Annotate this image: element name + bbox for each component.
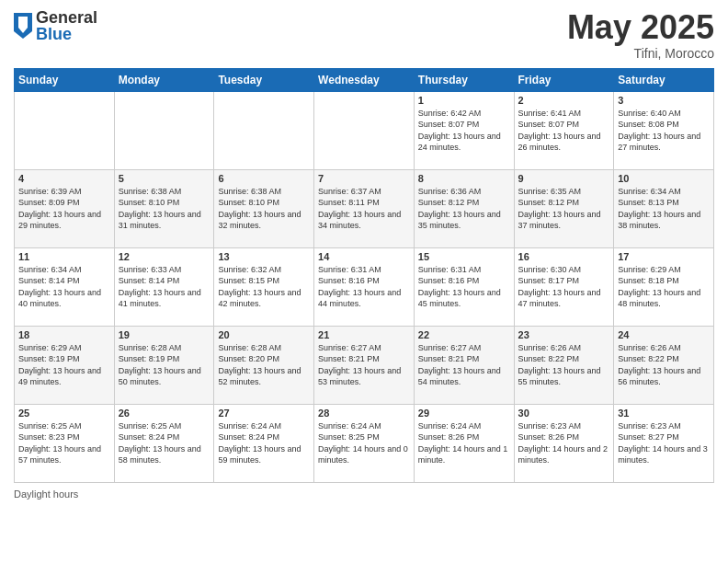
day-number: 21 [318,329,410,340]
day-info: Sunrise: 6:23 AMSunset: 8:26 PMDaylight:… [518,420,610,466]
cell-3-2: 20Sunrise: 6:28 AMSunset: 8:20 PMDayligh… [214,326,314,404]
day-info: Sunrise: 6:29 AMSunset: 8:18 PMDaylight:… [618,264,710,310]
day-number: 22 [418,329,510,340]
cell-3-1: 19Sunrise: 6:28 AMSunset: 8:19 PMDayligh… [114,326,214,404]
cell-4-2: 27Sunrise: 6:24 AMSunset: 8:24 PMDayligh… [214,404,314,482]
header: General Blue May 2025 Tifni, Morocco [14,9,714,61]
day-info: Sunrise: 6:26 AMSunset: 8:22 PMDaylight:… [518,342,610,388]
day-info: Sunrise: 6:38 AMSunset: 8:10 PMDaylight:… [119,186,210,232]
week-row-2: 4Sunrise: 6:39 AMSunset: 8:09 PMDaylight… [15,169,714,247]
day-info: Sunrise: 6:42 AMSunset: 8:07 PMDaylight:… [418,108,510,154]
day-number: 11 [18,251,110,262]
day-info: Sunrise: 6:37 AMSunset: 8:11 PMDaylight:… [318,186,410,232]
col-friday: Friday [514,68,614,91]
day-info: Sunrise: 6:38 AMSunset: 8:10 PMDaylight:… [218,186,310,232]
logo: General Blue [14,9,97,42]
day-info: Sunrise: 6:33 AMSunset: 8:14 PMDaylight:… [119,264,210,310]
day-number: 6 [218,173,310,184]
logo-general-text: General [36,9,97,26]
day-info: Sunrise: 6:24 AMSunset: 8:25 PMDaylight:… [318,420,410,466]
week-row-5: 25Sunrise: 6:25 AMSunset: 8:23 PMDayligh… [15,404,714,482]
day-info: Sunrise: 6:39 AMSunset: 8:09 PMDaylight:… [18,186,110,232]
day-number: 1 [418,95,510,106]
day-number: 4 [18,173,110,184]
cell-1-0: 4Sunrise: 6:39 AMSunset: 8:09 PMDaylight… [15,169,115,247]
calendar-title: May 2025 [567,9,714,46]
day-info: Sunrise: 6:29 AMSunset: 8:19 PMDaylight:… [18,342,110,388]
cell-1-6: 10Sunrise: 6:34 AMSunset: 8:13 PMDayligh… [614,169,714,247]
cell-1-4: 8Sunrise: 6:36 AMSunset: 8:12 PMDaylight… [414,169,514,247]
cell-3-6: 24Sunrise: 6:26 AMSunset: 8:22 PMDayligh… [614,326,714,404]
day-info: Sunrise: 6:31 AMSunset: 8:16 PMDaylight:… [418,264,510,310]
calendar-table: Sunday Monday Tuesday Wednesday Thursday… [14,68,714,483]
cell-3-3: 21Sunrise: 6:27 AMSunset: 8:21 PMDayligh… [314,326,415,404]
cell-0-5: 2Sunrise: 6:41 AMSunset: 8:07 PMDaylight… [514,91,614,169]
cell-1-2: 6Sunrise: 6:38 AMSunset: 8:10 PMDaylight… [214,169,314,247]
day-info: Sunrise: 6:31 AMSunset: 8:16 PMDaylight:… [318,264,410,310]
day-info: Sunrise: 6:34 AMSunset: 8:13 PMDaylight:… [618,186,710,232]
col-wednesday: Wednesday [314,68,415,91]
logo-blue-text: Blue [36,26,97,42]
day-number: 19 [119,329,210,340]
day-info: Sunrise: 6:24 AMSunset: 8:24 PMDaylight:… [218,420,310,466]
day-number: 30 [518,408,610,419]
cell-2-4: 15Sunrise: 6:31 AMSunset: 8:16 PMDayligh… [414,247,514,326]
day-number: 7 [318,173,410,184]
calendar-header-row: Sunday Monday Tuesday Wednesday Thursday… [15,68,714,91]
cell-1-5: 9Sunrise: 6:35 AMSunset: 8:12 PMDaylight… [514,169,614,247]
day-info: Sunrise: 6:27 AMSunset: 8:21 PMDaylight:… [418,342,510,388]
col-monday: Monday [114,68,214,91]
logo-text: General Blue [36,9,97,42]
cell-0-4: 1Sunrise: 6:42 AMSunset: 8:07 PMDaylight… [414,91,514,169]
cell-0-6: 3Sunrise: 6:40 AMSunset: 8:08 PMDaylight… [614,91,714,169]
day-info: Sunrise: 6:25 AMSunset: 8:24 PMDaylight:… [119,420,210,466]
cell-4-5: 30Sunrise: 6:23 AMSunset: 8:26 PMDayligh… [514,404,614,482]
day-info: Sunrise: 6:41 AMSunset: 8:07 PMDaylight:… [518,108,610,154]
day-number: 17 [618,251,710,262]
logo-icon [14,13,32,39]
day-number: 16 [518,251,610,262]
day-info: Sunrise: 6:28 AMSunset: 8:19 PMDaylight:… [119,342,210,388]
day-number: 5 [119,173,210,184]
cell-2-3: 14Sunrise: 6:31 AMSunset: 8:16 PMDayligh… [314,247,415,326]
col-tuesday: Tuesday [214,68,314,91]
cell-1-3: 7Sunrise: 6:37 AMSunset: 8:11 PMDaylight… [314,169,415,247]
week-row-1: 1Sunrise: 6:42 AMSunset: 8:07 PMDaylight… [15,91,714,169]
col-thursday: Thursday [414,68,514,91]
day-number: 24 [618,329,710,340]
daylight-label: Daylight hours [14,488,78,500]
week-row-3: 11Sunrise: 6:34 AMSunset: 8:14 PMDayligh… [15,247,714,326]
cell-4-0: 25Sunrise: 6:25 AMSunset: 8:23 PMDayligh… [15,404,115,482]
page: General Blue May 2025 Tifni, Morocco Sun… [0,0,728,563]
day-number: 26 [119,408,210,419]
cell-4-6: 31Sunrise: 6:23 AMSunset: 8:27 PMDayligh… [614,404,714,482]
day-info: Sunrise: 6:35 AMSunset: 8:12 PMDaylight:… [518,186,610,232]
cell-3-0: 18Sunrise: 6:29 AMSunset: 8:19 PMDayligh… [15,326,115,404]
day-number: 10 [618,173,710,184]
day-info: Sunrise: 6:24 AMSunset: 8:26 PMDaylight:… [418,420,510,466]
day-info: Sunrise: 6:30 AMSunset: 8:17 PMDaylight:… [518,264,610,310]
calendar-location: Tifni, Morocco [567,46,714,61]
cell-2-2: 13Sunrise: 6:32 AMSunset: 8:15 PMDayligh… [214,247,314,326]
footer: Daylight hours [14,488,714,500]
cell-0-1 [114,91,214,169]
day-info: Sunrise: 6:26 AMSunset: 8:22 PMDaylight:… [618,342,710,388]
cell-3-5: 23Sunrise: 6:26 AMSunset: 8:22 PMDayligh… [514,326,614,404]
day-number: 2 [518,95,610,106]
day-number: 20 [218,329,310,340]
day-info: Sunrise: 6:27 AMSunset: 8:21 PMDaylight:… [318,342,410,388]
cell-2-5: 16Sunrise: 6:30 AMSunset: 8:17 PMDayligh… [514,247,614,326]
day-number: 8 [418,173,510,184]
cell-3-4: 22Sunrise: 6:27 AMSunset: 8:21 PMDayligh… [414,326,514,404]
day-info: Sunrise: 6:36 AMSunset: 8:12 PMDaylight:… [418,186,510,232]
day-number: 25 [18,408,110,419]
cell-0-2 [214,91,314,169]
cell-2-1: 12Sunrise: 6:33 AMSunset: 8:14 PMDayligh… [114,247,214,326]
day-info: Sunrise: 6:23 AMSunset: 8:27 PMDaylight:… [618,420,710,466]
day-info: Sunrise: 6:28 AMSunset: 8:20 PMDaylight:… [218,342,310,388]
day-info: Sunrise: 6:32 AMSunset: 8:15 PMDaylight:… [218,264,310,310]
day-number: 13 [218,251,310,262]
cell-0-0 [15,91,115,169]
title-block: May 2025 Tifni, Morocco [567,9,714,61]
col-saturday: Saturday [614,68,714,91]
